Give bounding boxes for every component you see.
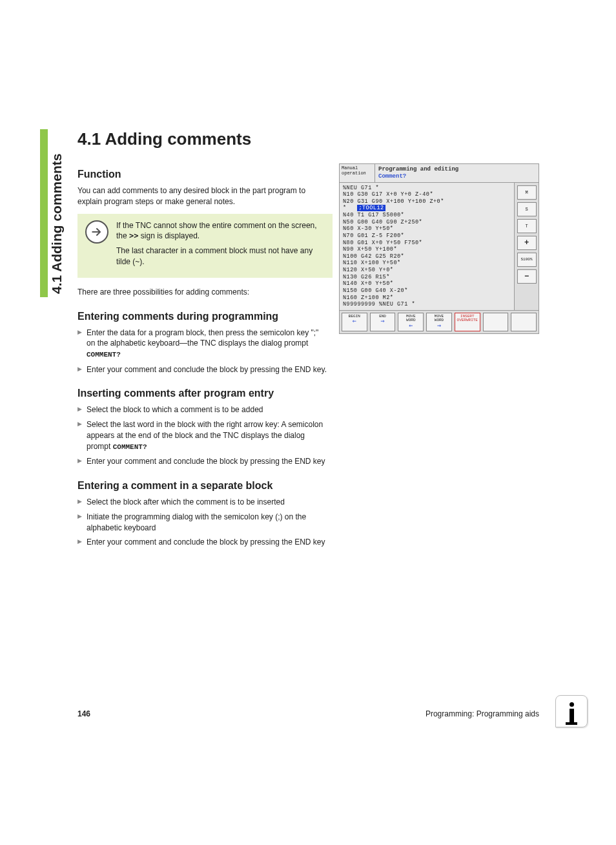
footer-section: Programming: Programming aids	[426, 709, 539, 718]
section-separate-title: Entering a comment in a separate block	[77, 480, 539, 492]
softkey-insert-overwrite[interactable]: INSERT OVERWRITE	[455, 313, 480, 331]
softkey-row: BEGIN⇐ END⇒ MOVE WORD⇐ MOVE WORD⇒ INSERT…	[340, 310, 539, 333]
softkey-begin[interactable]: BEGIN⇐	[342, 313, 367, 331]
li-text: Select the block to which a comment is t…	[87, 405, 263, 414]
tnc-screenshot: Manual operation Programming and editing…	[339, 163, 539, 334]
li-mono: COMMENT?	[113, 443, 147, 451]
header-title: Programming and editing Comment?	[375, 164, 539, 182]
arrow-right-icon: ⇒	[371, 318, 395, 325]
note-line-2: The last character in a comment block mu…	[116, 245, 325, 267]
page-footer: 146 Programming: Programming aids	[77, 709, 539, 718]
list-item: Enter your comment and conclude the bloc…	[77, 364, 329, 375]
softkey-empty[interactable]	[483, 313, 509, 331]
note-text: If the TNC cannot show the entire commen…	[116, 220, 325, 271]
note-line-1: If the TNC cannot show the entire commen…	[116, 220, 325, 242]
note-box: If the TNC cannot show the entire commen…	[77, 214, 333, 278]
side-btn-plus[interactable]	[517, 236, 537, 250]
list-item: Enter the data for a program block, then…	[77, 328, 329, 360]
screenshot-header: Manual operation Programming and editing…	[340, 164, 539, 183]
li-text: Enter your comment and conclude the bloc…	[87, 365, 327, 374]
sidebar-title: 4.1 Adding comments	[49, 154, 65, 294]
li-mono: COMMENT?	[87, 351, 121, 359]
page-number: 146	[77, 709, 90, 718]
softkey-end[interactable]: END⇒	[370, 313, 396, 331]
side-btn-s[interactable]: S	[517, 202, 537, 216]
page-heading: 4.1 Adding comments	[77, 129, 539, 149]
softkey-move-word-left[interactable]: MOVE WORD⇐	[398, 313, 424, 331]
arrow-left-icon: ⇐	[398, 323, 423, 329]
enterprog-list: Enter the data for a program block, then…	[77, 328, 329, 375]
li-text: Select the block after which the comment…	[87, 497, 285, 506]
side-btn-minus[interactable]	[517, 269, 537, 284]
note-1c: sign is displayed.	[138, 231, 200, 240]
side-btn-t[interactable]: T	[517, 219, 537, 233]
tab-accent	[40, 129, 48, 297]
code-listing: %NEU G71 * N10 G30 G17 X+0 Y+0 Z-40* N20…	[340, 183, 514, 310]
insertafter-list: Select the block to which a comment is t…	[77, 404, 329, 467]
info-icon	[555, 695, 588, 727]
arrow-left-icon: ⇐	[342, 318, 367, 325]
screenshot-body: %NEU G71 * N10 G30 G17 X+0 Y+0 Z-40* N20…	[340, 183, 539, 310]
list-item: Enter your comment and conclude the bloc…	[77, 456, 329, 467]
note-1b: >>	[129, 231, 138, 240]
li-text: Enter the data for a program block, then…	[87, 328, 318, 348]
header-l2: Comment?	[378, 173, 535, 180]
header-mode: Manual operation	[340, 164, 375, 182]
header-l1: Programming and editing	[378, 166, 535, 173]
code-before: %NEU G71 * N10 G30 G17 X+0 Y+0 Z-40* N20…	[343, 185, 444, 205]
arrow-right-icon	[85, 220, 108, 244]
side-btn-s100[interactable]: S100%	[517, 253, 537, 267]
list-item: Enter your comment and conclude the bloc…	[77, 537, 329, 548]
code-hl-prefix: *	[343, 205, 357, 211]
function-intro: You can add comments to any desired bloc…	[77, 185, 326, 207]
side-buttons: M S T S100%	[514, 183, 539, 310]
li-text: Enter your comment and conclude the bloc…	[87, 537, 325, 547]
arrow-right-icon: ⇒	[427, 323, 451, 329]
sidebar-tab: 4.1 Adding comments	[40, 129, 66, 297]
list-item: Initiate the programming dialog with the…	[77, 512, 329, 534]
softkey-empty[interactable]	[511, 313, 537, 331]
function-after-note: There are three possibilities for adding…	[77, 287, 326, 298]
side-btn-m[interactable]: M	[517, 185, 537, 200]
softkey-move-word-right[interactable]: MOVE WORD⇒	[426, 313, 452, 331]
code-highlight: ;TOOL12	[357, 205, 385, 211]
list-item: Select the block to which a comment is t…	[77, 404, 329, 415]
list-item: Select the block after which the comment…	[77, 497, 329, 508]
code-after: N40 T1 G17 S5000* N50 G00 G40 G90 Z+250*…	[343, 212, 422, 308]
li-text: Enter your comment and conclude the bloc…	[87, 457, 325, 466]
li-text: Initiate the programming dialog with the…	[87, 512, 306, 532]
section-insertafter-title: Inserting comments after program entry	[77, 388, 539, 399]
separate-list: Select the block after which the comment…	[77, 497, 329, 548]
list-item: Select the last word in the block with t…	[77, 419, 329, 452]
